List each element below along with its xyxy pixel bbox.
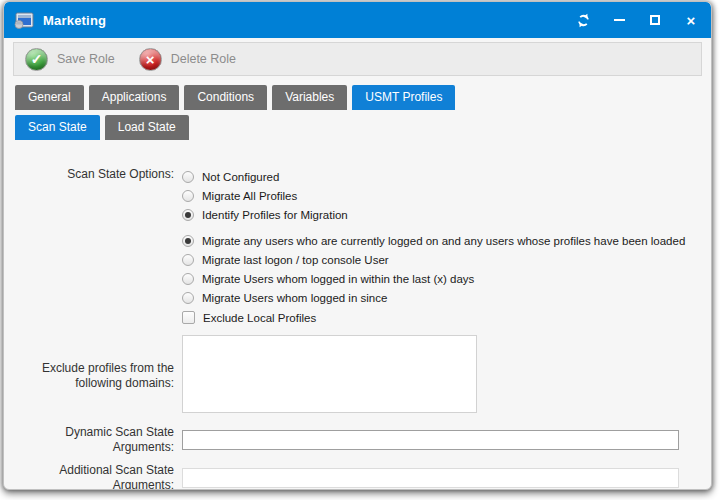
additional-args-input[interactable] <box>182 468 679 488</box>
app-window-icon <box>14 12 34 29</box>
sub-tabs: Scan State Load State <box>4 115 711 140</box>
x-circle-icon: × <box>139 48 162 71</box>
close-icon[interactable]: × <box>683 12 699 28</box>
radio-icon <box>182 209 194 221</box>
dynamic-args-field-wrap <box>182 430 679 450</box>
exclude-domains-label: Exclude profiles from the following doma… <box>4 361 174 391</box>
radio-icon <box>182 273 194 285</box>
spacer-label <box>4 231 174 327</box>
radio-label: Identify Profiles for Migration <box>202 209 348 221</box>
window-title: Marketing <box>43 13 106 28</box>
toolbar-strip: ✓ Save Role × Delete Role <box>4 38 711 79</box>
radio-label: Migrate All Profiles <box>202 190 297 202</box>
radio-migrate-logged-on-users[interactable]: Migrate any users who are currently logg… <box>182 231 685 250</box>
tab-variables[interactable]: Variables <box>272 85 347 110</box>
titlebar: Marketing × <box>4 2 711 38</box>
radio-icon <box>182 190 194 202</box>
radio-label: Migrate Users whom logged in within the … <box>202 273 474 285</box>
tab-applications[interactable]: Applications <box>89 85 180 110</box>
dynamic-args-input[interactable] <box>182 430 679 450</box>
radio-migrate-last-logon[interactable]: Migrate last logon / top console User <box>182 250 685 269</box>
additional-args-row: Additional Scan State Arguments: <box>4 463 711 490</box>
delete-role-label: Delete Role <box>171 52 236 66</box>
exclude-domains-textarea[interactable] <box>182 335 477 413</box>
radio-label: Migrate last logon / top console User <box>202 254 389 266</box>
minimize-icon[interactable] <box>611 12 627 28</box>
migration-mode-group: Not Configured Migrate All Profiles Iden… <box>182 167 348 224</box>
radio-identify-profiles[interactable]: Identify Profiles for Migration <box>182 205 348 224</box>
window-controls: × <box>575 12 699 28</box>
tab-load-state[interactable]: Load State <box>105 115 189 140</box>
maximize-icon[interactable] <box>647 12 663 28</box>
save-role-label: Save Role <box>57 52 115 66</box>
radio-migrate-all-profiles[interactable]: Migrate All Profiles <box>182 186 348 205</box>
tab-usmt-profiles[interactable]: USMT Profiles <box>352 85 455 110</box>
checkbox-icon <box>182 311 195 324</box>
refresh-icon[interactable] <box>575 12 591 28</box>
identify-options-group: Migrate any users who are currently logg… <box>182 231 685 327</box>
tab-scan-state[interactable]: Scan State <box>15 115 100 140</box>
tab-general[interactable]: General <box>15 85 84 110</box>
radio-migrate-since[interactable]: Migrate Users whom logged in since <box>182 288 685 307</box>
delete-role-button[interactable]: × Delete Role <box>139 48 236 71</box>
radio-label: Migrate any users who are currently logg… <box>202 235 685 247</box>
dialog-window: Marketing × ✓ Save Role × <box>3 1 712 490</box>
main-tabs: General Applications Conditions Variable… <box>4 85 711 110</box>
scan-state-options-label: Scan State Options: <box>4 167 174 224</box>
exclude-domains-field-wrap <box>182 335 477 417</box>
radio-migrate-last-x-days[interactable]: Migrate Users whom logged in within the … <box>182 269 685 288</box>
check-circle-icon: ✓ <box>25 48 48 71</box>
radio-label: Not Configured <box>202 171 279 183</box>
radio-not-configured[interactable]: Not Configured <box>182 167 348 186</box>
exclude-domains-row: Exclude profiles from the following doma… <box>4 335 711 417</box>
scan-state-options-row: Scan State Options: Not Configured Migra… <box>4 167 711 224</box>
identify-options-row: Migrate any users who are currently logg… <box>4 231 711 327</box>
dynamic-args-row: Dynamic Scan State Arguments: <box>4 425 711 455</box>
toolbar: ✓ Save Role × Delete Role <box>13 42 702 76</box>
additional-args-field-wrap <box>182 468 679 488</box>
radio-icon <box>182 292 194 304</box>
additional-args-label: Additional Scan State Arguments: <box>4 463 174 490</box>
checkbox-label: Exclude Local Profiles <box>203 312 316 324</box>
radio-icon <box>182 171 194 183</box>
dynamic-args-label: Dynamic Scan State Arguments: <box>4 425 174 455</box>
radio-icon <box>182 254 194 266</box>
tab-conditions[interactable]: Conditions <box>184 85 267 110</box>
radio-label: Migrate Users whom logged in since <box>202 292 387 304</box>
scan-state-form: Scan State Options: Not Configured Migra… <box>4 140 711 490</box>
exclude-local-profiles-checkbox[interactable]: Exclude Local Profiles <box>182 308 685 327</box>
save-role-button[interactable]: ✓ Save Role <box>25 48 115 71</box>
radio-icon <box>182 235 194 247</box>
